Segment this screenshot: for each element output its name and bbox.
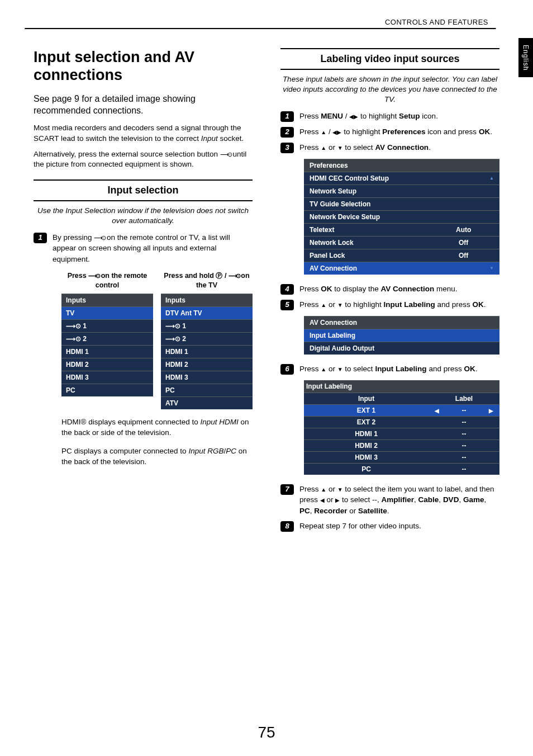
- table-row: HDMI 1: [161, 346, 253, 358]
- pref-title: Preferences: [304, 159, 499, 172]
- il-row: EXT 2: [304, 416, 429, 428]
- step-badge: 8: [280, 521, 294, 532]
- table-row: DTV Ant TV: [161, 307, 253, 320]
- labeling-desc: These input labels are shown in the inpu…: [280, 74, 499, 105]
- intro-text: See page 9 for a detailed image showing …: [34, 93, 253, 117]
- pref-row-selected: AV Connection: [304, 262, 443, 275]
- left-column: Input selection and AV connections See p…: [34, 48, 253, 536]
- source-icon: [88, 271, 99, 280]
- step-text: Press or to highlight Input Labeling and…: [299, 299, 486, 310]
- note-hdmi: HDMI® displays equipment connected to In…: [61, 417, 253, 438]
- up-icon: [321, 142, 326, 153]
- step-badge: 7: [280, 484, 294, 495]
- il-row: HDMI 1: [304, 428, 429, 440]
- step-badge: 5: [280, 300, 294, 310]
- down-icon: [337, 363, 343, 375]
- pref-row: Teletext: [304, 223, 443, 236]
- up-icon: [321, 363, 326, 375]
- para-media-recorders: Most media recorders and decoders send a…: [34, 123, 253, 143]
- step-badge: 2: [280, 127, 294, 138]
- right-step-3: 3 Press or to select AV Connection.: [280, 142, 499, 153]
- right-step-6: 6 Press or to select Input Labeling and …: [280, 363, 499, 375]
- avc-row-selected: Input Labeling: [304, 329, 499, 342]
- table-row: TV: [61, 307, 153, 320]
- text: socket.: [218, 134, 244, 143]
- page-number: 75: [0, 724, 533, 741]
- right-step-2: 2 Press / to highlight Preferences icon …: [280, 126, 499, 138]
- table-row: PC: [61, 384, 153, 397]
- table-header: Inputs: [61, 294, 153, 307]
- right-step-1: 1 Press MENU / to highlight Setup icon.: [280, 111, 499, 122]
- table-row: HDMI 3: [161, 371, 253, 384]
- language-tab: English: [518, 38, 533, 77]
- right-icon: [489, 407, 493, 414]
- p-icon: [216, 271, 222, 281]
- text-italic: Input: [201, 134, 218, 143]
- table-row: ⟶⊙ 2: [61, 333, 153, 346]
- input-tables: Press on the remote control Inputs TV ⟶⊙…: [61, 271, 253, 409]
- table-row: HDMI 3: [61, 371, 153, 384]
- av-connection-menu: AV Connection Input Labeling Digital Aud…: [304, 316, 499, 355]
- left-icon: [320, 494, 325, 505]
- right-step-5: 5 Press or to highlight Input Labeling a…: [280, 299, 499, 310]
- source-icon: [229, 271, 239, 280]
- input-col-left: Press on the remote control Inputs TV ⟶⊙…: [61, 271, 153, 409]
- left-icon: [349, 111, 354, 122]
- para-alt-press: Alternatively, press the external source…: [34, 149, 253, 169]
- text: Alternatively, press the external source…: [34, 150, 220, 158]
- source-icon: [220, 149, 231, 159]
- step-text: Press or to select Input Labeling and pr…: [299, 363, 477, 375]
- step-text: Press or to select the item you want to …: [299, 484, 499, 517]
- pref-row: Network Setup: [304, 185, 443, 197]
- source-icon: [94, 232, 104, 243]
- down-icon: [337, 484, 343, 495]
- table-header: Inputs: [161, 294, 253, 307]
- table-row: HDMI 2: [61, 358, 153, 371]
- step-text: Press OK to display the AV Connection me…: [299, 284, 458, 295]
- table-row: PC: [161, 384, 253, 397]
- table-row: ⟶⊙ 1: [161, 320, 253, 333]
- page-title: Input selection and AV connections: [34, 48, 253, 84]
- pref-row: Network Device Setup: [304, 210, 443, 223]
- step-badge: 3: [280, 143, 294, 153]
- step-text: Repeat step 7 for other video inputs.: [299, 521, 421, 532]
- pref-row: Panel Lock: [304, 249, 443, 262]
- preferences-menu: Preferences HDMI CEC Control Setup▲ Netw…: [304, 159, 499, 275]
- il-col-label: Label: [429, 393, 499, 404]
- table-row: ⟶⊙ 1: [61, 320, 153, 333]
- step-badge: 1: [280, 111, 294, 122]
- pref-row: TV Guide Selection: [304, 197, 443, 210]
- avc-title: AV Connection: [304, 316, 499, 329]
- left-icon: [332, 126, 337, 138]
- il-row: HDMI 2: [304, 440, 429, 451]
- avc-row: Digital Audio Output: [304, 342, 499, 355]
- step-text: Press MENU / to highlight Setup icon.: [299, 111, 438, 122]
- right-column: Labeling video input sources These input…: [280, 48, 499, 536]
- right-step-7: 7 Press or to select the item you want t…: [280, 484, 499, 517]
- up-icon: [321, 126, 326, 138]
- table-row: ⟶⊙ 2: [161, 333, 253, 346]
- step-badge: 6: [280, 364, 294, 375]
- text: By pressing: [53, 233, 94, 242]
- il-row: PC: [304, 463, 429, 475]
- pref-row: Network Lock: [304, 236, 443, 249]
- il-title: Input Labeling: [304, 380, 499, 393]
- note-pc: PC displays a computer connected to Inpu…: [61, 446, 253, 467]
- input-labeling-menu: Input Labeling InputLabel EXT 1-- EXT 2-…: [304, 380, 499, 475]
- up-icon: [321, 484, 326, 495]
- il-col-input: Input: [304, 393, 429, 404]
- header-rule: [25, 28, 496, 30]
- right-step-4: 4 Press OK to display the AV Connection …: [280, 284, 499, 295]
- caption-remote: Press on the remote control: [61, 271, 153, 290]
- left-icon: [435, 407, 439, 414]
- pref-row: HDMI CEC Control Setup: [304, 172, 443, 185]
- step-text: By pressing on the remote control or TV,…: [53, 232, 253, 265]
- right-step-8: 8 Repeat step 7 for other video inputs.: [280, 521, 499, 532]
- step-badge: 4: [280, 284, 294, 295]
- table-row: HDMI 2: [161, 358, 253, 371]
- caption-tv: Press and hold / on the TV: [161, 271, 253, 290]
- left-step-1: 1 By pressing on the remote control or T…: [34, 232, 253, 265]
- input-selection-desc: Use the Input Selection window if the te…: [34, 206, 253, 226]
- il-row: HDMI 3: [304, 451, 429, 463]
- step-text: Press or to select AV Connection.: [299, 142, 431, 153]
